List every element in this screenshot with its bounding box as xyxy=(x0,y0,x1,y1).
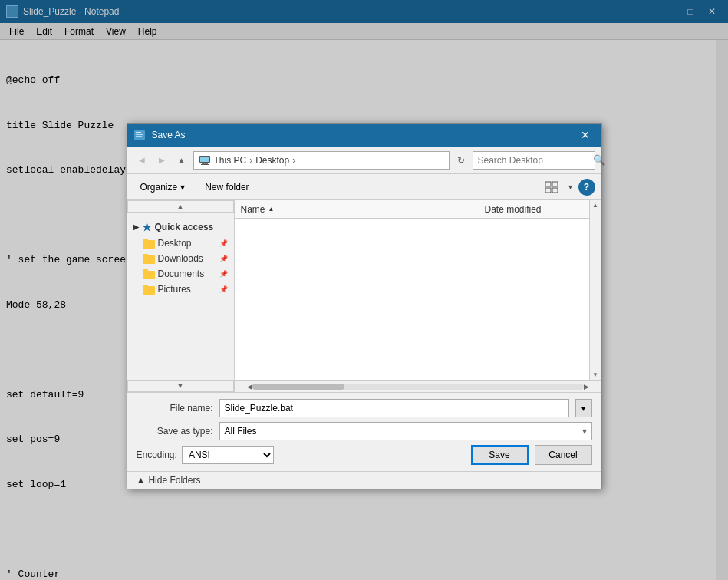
folder-icon-documents xyxy=(143,269,155,279)
svg-rect-7 xyxy=(201,164,209,165)
breadcrumb-desktop[interactable]: Desktop xyxy=(255,155,289,166)
sidebar-item-pictures[interactable]: Pictures 📌 xyxy=(127,282,234,297)
pin-icon-pictures: 📌 xyxy=(219,285,228,293)
sidebar-item-desktop[interactable]: Desktop 📌 xyxy=(127,236,234,251)
svg-rect-11 xyxy=(552,188,558,193)
help-button[interactable]: ? xyxy=(578,179,595,196)
back-button[interactable]: ◀ xyxy=(133,152,150,169)
refresh-button[interactable]: ↻ xyxy=(453,152,469,169)
column-name-header[interactable]: Name ▲ xyxy=(235,203,479,216)
new-folder-button[interactable]: New folder xyxy=(198,179,255,196)
search-icon: 🔍 xyxy=(593,154,605,166)
up-button[interactable]: ▲ xyxy=(173,152,190,169)
scroll-up-arrow[interactable]: ▲ xyxy=(592,202,598,209)
view-dropdown-arrow: ▾ xyxy=(568,183,572,191)
dialog-footer: ▲ Hide Folders xyxy=(127,471,601,489)
dialog-icon xyxy=(133,129,146,141)
svg-rect-9 xyxy=(552,182,558,186)
hide-folders-button[interactable]: ▲ Hide Folders xyxy=(137,475,201,486)
h-scroll-left[interactable]: ◀ xyxy=(247,383,252,391)
encoding-label: Encoding: xyxy=(137,450,177,460)
pin-icon-downloads: 📌 xyxy=(219,255,228,262)
breadcrumb-thispc[interactable]: This PC xyxy=(214,155,247,166)
cancel-button[interactable]: Cancel xyxy=(535,445,592,465)
folder-icon-downloads xyxy=(143,254,155,264)
file-list-body[interactable] xyxy=(235,219,601,380)
action-buttons: Save Cancel xyxy=(471,445,592,465)
sidebar-item-label-pictures: Pictures xyxy=(158,284,191,295)
view-button[interactable] xyxy=(541,178,562,196)
expand-icon: ▶ xyxy=(133,223,139,231)
file-list-header: Name ▲ Date modified xyxy=(235,200,601,219)
dialog-title: Save As xyxy=(152,130,575,140)
pin-icon-desktop: 📌 xyxy=(219,239,228,247)
encoding-group: Encoding: ANSI UTF-8 UTF-16 LE UTF-16 BE xyxy=(137,446,274,464)
scroll-down-arrow[interactable]: ▼ xyxy=(592,371,598,378)
right-panel: Name ▲ Date modified ▲ ▼ ◀ xyxy=(235,200,601,392)
new-folder-label: New folder xyxy=(205,182,249,193)
organize-label: Organize xyxy=(140,182,178,193)
dialog-overlay: Save As ✕ ◀ ▶ ▲ This PC › Desktop › xyxy=(0,0,728,580)
star-icon: ★ xyxy=(142,221,152,233)
sort-icon: ▲ xyxy=(268,206,275,213)
address-bar[interactable]: This PC › Desktop › xyxy=(193,151,450,170)
column-date-header[interactable]: Date modified xyxy=(479,203,601,216)
quick-access-header[interactable]: ▶ ★ Quick access xyxy=(127,219,234,236)
svg-rect-8 xyxy=(545,182,551,186)
h-scroll-track xyxy=(252,384,584,390)
computer-icon xyxy=(199,154,211,166)
filename-dropdown-button[interactable]: ▾ xyxy=(575,399,592,417)
save-button[interactable]: Save xyxy=(471,445,529,465)
savetype-select[interactable]: All Files ▾ xyxy=(219,422,592,440)
encoding-select[interactable]: ANSI UTF-8 UTF-16 LE UTF-16 BE xyxy=(182,446,274,464)
forward-button[interactable]: ▶ xyxy=(153,152,170,169)
folder-icon-desktop xyxy=(143,239,155,249)
svg-rect-5 xyxy=(200,157,209,162)
breadcrumb: This PC › Desktop › xyxy=(214,155,296,166)
hide-folders-arrow: ▲ xyxy=(137,475,146,486)
organize-arrow-icon: ▾ xyxy=(180,182,185,193)
left-panel: ▲ ▶ ★ Quick access Desktop 📌 Downl xyxy=(127,200,235,392)
filename-input[interactable] xyxy=(219,399,569,417)
savetype-arrow-icon: ▾ xyxy=(582,426,587,437)
svg-rect-3 xyxy=(136,136,142,137)
h-scroll-right[interactable]: ▶ xyxy=(584,383,589,391)
navigation-bar: ◀ ▶ ▲ This PC › Desktop › ↻ xyxy=(127,147,601,174)
dialog-close-button[interactable]: ✕ xyxy=(575,127,595,143)
svg-rect-10 xyxy=(545,188,551,193)
savetype-row: Save as type: All Files ▾ xyxy=(137,422,592,440)
dialog-toolbar: Organize ▾ New folder ▾ ? xyxy=(127,174,601,200)
filename-row: File name: ▾ xyxy=(137,399,592,417)
dialog-title-bar: Save As ✕ xyxy=(127,124,601,147)
view-icon xyxy=(545,181,558,193)
column-name-label: Name xyxy=(241,204,265,215)
sidebar-item-documents[interactable]: Documents 📌 xyxy=(127,266,234,282)
dialog-content: ▲ ▶ ★ Quick access Desktop 📌 Downl xyxy=(127,200,601,392)
left-panel-scroll-up[interactable]: ▲ xyxy=(127,200,234,213)
sidebar-item-label-documents: Documents xyxy=(158,269,205,279)
search-box[interactable]: 🔍 xyxy=(473,151,595,170)
quick-access-label: Quick access xyxy=(155,222,214,232)
bottom-row: Encoding: ANSI UTF-8 UTF-16 LE UTF-16 BE… xyxy=(137,445,592,465)
svg-rect-1 xyxy=(136,132,141,133)
organize-button[interactable]: Organize ▾ xyxy=(133,179,193,196)
dialog-form: File name: ▾ Save as type: All Files ▾ E… xyxy=(127,392,601,471)
hide-folders-label: Hide Folders xyxy=(148,475,200,486)
search-input[interactable] xyxy=(478,155,593,166)
sidebar-item-downloads[interactable]: Downloads 📌 xyxy=(127,251,234,266)
pin-icon-documents: 📌 xyxy=(219,270,228,278)
vertical-scrollbar-right[interactable]: ▲ ▼ xyxy=(589,200,601,380)
sidebar-item-label-downloads: Downloads xyxy=(158,253,203,264)
svg-rect-2 xyxy=(136,134,143,135)
savetype-label: Save as type: xyxy=(137,426,213,437)
column-date-label: Date modified xyxy=(485,204,542,215)
filename-label: File name: xyxy=(137,403,213,414)
savetype-value: All Files xyxy=(225,426,257,437)
h-scroll-thumb[interactable] xyxy=(252,384,344,390)
left-panel-scroll-down[interactable]: ▼ xyxy=(127,380,234,392)
sidebar-item-label-desktop: Desktop xyxy=(158,238,192,249)
folder-icon-pictures xyxy=(143,285,155,295)
svg-rect-6 xyxy=(202,163,208,164)
save-as-dialog: Save As ✕ ◀ ▶ ▲ This PC › Desktop › xyxy=(127,123,602,489)
horizontal-scrollbar[interactable]: ◀ ▶ xyxy=(235,380,601,392)
